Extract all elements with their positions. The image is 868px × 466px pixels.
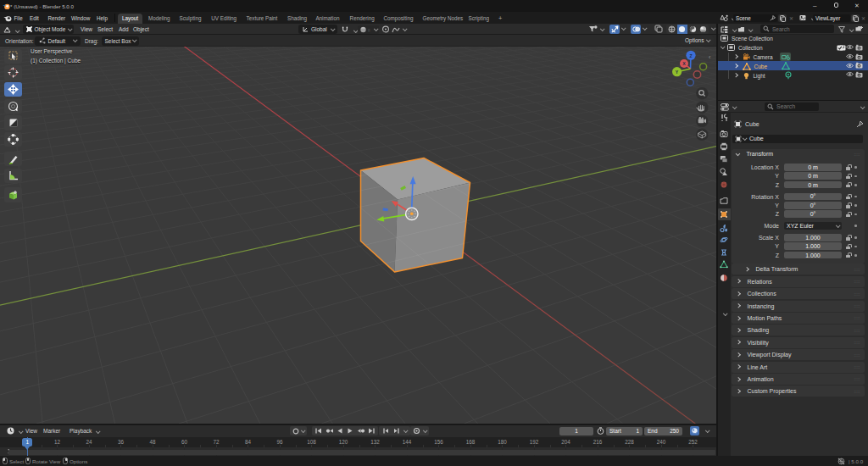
- svg-text:Y: Y: [676, 69, 679, 75]
- svg-text:X: X: [682, 61, 686, 66]
